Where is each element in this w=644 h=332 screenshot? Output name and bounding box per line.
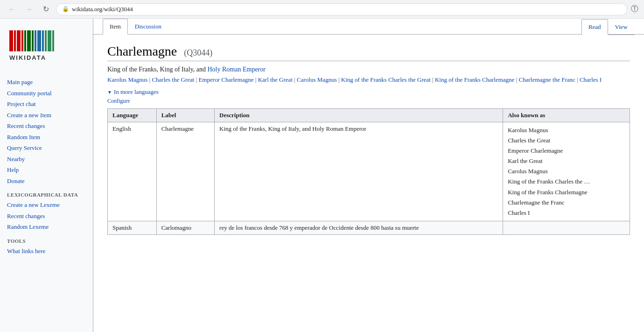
alias-karl-great[interactable]: Karl the Great — [258, 76, 293, 83]
svg-rect-9 — [42, 30, 44, 51]
language-table: Language Label Description Also known as… — [107, 108, 630, 235]
main-content: Item Discussion Read View Charlemagne (Q… — [93, 19, 644, 332]
tabs-bar: Item Discussion Read View — [93, 19, 644, 35]
svg-rect-7 — [35, 30, 36, 51]
table-row: SpanishCarlomagnorey de los francos desd… — [108, 221, 630, 234]
lock-icon: 🔒 — [62, 6, 69, 13]
in-more-languages-section: ▼In more languages — [107, 88, 630, 96]
tools-title: Tools — [0, 236, 93, 246]
lexicographical-title: Lexicographical data — [0, 190, 93, 199]
svg-rect-10 — [45, 30, 47, 51]
url-text: wikidata.org/wiki/Q3044 — [72, 6, 133, 13]
aliases-line: Karolus Magnus | Charles the Great | Emp… — [107, 76, 630, 84]
alias-king-franks-charles-great[interactable]: King of the Franks Charles the Great — [341, 76, 431, 83]
sidebar-item-lexico-recent-changes[interactable]: Recent changes — [0, 211, 93, 222]
tab-view[interactable]: View — [608, 19, 635, 35]
cell-language: Spanish — [108, 221, 157, 234]
svg-rect-3 — [21, 30, 23, 51]
svg-rect-5 — [27, 30, 31, 51]
alias-entry: Karl the Great — [508, 156, 625, 166]
sidebar-item-community-portal[interactable]: Community portal — [0, 88, 93, 99]
svg-rect-4 — [24, 30, 26, 51]
svg-rect-6 — [32, 30, 34, 51]
cell-also-known-as: Karolus MagnusCharles the GreatEmperor C… — [503, 122, 630, 221]
page-qid: (Q3044) — [184, 48, 212, 57]
col-also-known-as: Also known as — [503, 109, 630, 122]
alias-charlemagne-franc[interactable]: Charlemagne the Franc — [519, 76, 575, 83]
alias-entry: Carolus Magnus — [508, 166, 625, 177]
cell-description: King of the Franks, King of Italy, and H… — [215, 122, 503, 221]
cell-description: rey de los francos desde 768 y emperador… — [215, 221, 503, 234]
tab-discussion[interactable]: Discussion — [128, 19, 168, 35]
svg-rect-2 — [17, 30, 21, 51]
forward-button[interactable]: → — [22, 3, 35, 16]
description-line: King of the Franks, King of Italy, and H… — [107, 66, 630, 73]
translate-icon[interactable]: Ⓣ — [631, 4, 638, 14]
col-description: Description — [215, 109, 503, 122]
sidebar-item-donate[interactable]: Donate — [0, 176, 93, 187]
sidebar-item-project-chat[interactable]: Project chat — [0, 99, 93, 110]
alias-entry: Charles I — [508, 208, 625, 218]
alias-king-franks-charlemagne[interactable]: King of the Franks Charlemagne — [435, 76, 514, 83]
back-button[interactable]: ← — [6, 3, 19, 16]
sidebar-logo: WIKIDATA — [0, 23, 93, 77]
sidebar-lexico-section: Lexicographical data Create a new Lexeme… — [0, 190, 93, 233]
alias-charles-great[interactable]: Charles the Great — [152, 76, 194, 83]
content-area: Charlemagne (Q3044) King of the Franks, … — [93, 35, 644, 244]
cell-label: Carlomagno — [156, 221, 214, 234]
alias-emperor-charlemagne[interactable]: Emperor Charlemagne — [198, 76, 253, 83]
sidebar-item-help[interactable]: Help — [0, 164, 93, 176]
cell-label: Charlemagne — [156, 122, 214, 221]
alias-entry: Karolus Magnus — [508, 125, 625, 135]
col-label: Label — [156, 109, 214, 122]
sidebar-item-recent-changes[interactable]: Recent changes — [0, 120, 93, 132]
table-header-row: Language Label Description Also known as — [108, 109, 630, 122]
cell-language: English — [108, 122, 157, 221]
sidebar-item-query-service[interactable]: Query Service — [0, 142, 93, 154]
page-layout: WIKIDATA Main page Community portal Proj… — [0, 19, 644, 332]
page-title: Charlemagne (Q3044) — [107, 44, 630, 61]
svg-rect-1 — [14, 30, 16, 51]
reload-button[interactable]: ↻ — [39, 3, 52, 16]
wikidata-logo: WIKIDATA — [7, 28, 77, 65]
alias-carolus-magnus[interactable]: Carolus Magnus — [297, 76, 337, 83]
alias-entry: Charles the Great — [508, 135, 625, 146]
alias-karolus[interactable]: Karolus Magnus — [107, 76, 147, 83]
browser-chrome: ← → ↻ 🔒 wikidata.org/wiki/Q3044 Ⓣ — [0, 0, 644, 19]
sidebar-item-random-lexeme[interactable]: Random Lexeme — [0, 221, 93, 233]
svg-rect-8 — [37, 30, 41, 51]
svg-rect-11 — [48, 30, 51, 51]
sidebar-nav-section: Main page Community portal Project chat … — [0, 77, 93, 186]
alias-charles-i[interactable]: Charles I — [580, 76, 602, 83]
sidebar-item-create-new-item[interactable]: Create a new Item — [0, 110, 93, 121]
tab-item[interactable]: Item — [103, 19, 128, 35]
tab-read[interactable]: Read — [581, 19, 608, 35]
holy-roman-link[interactable]: Holy Roman Emperor — [208, 66, 266, 73]
sidebar-tools-section: Tools What links here — [0, 236, 93, 257]
alias-entry: Charlemagne the Franc — [508, 198, 625, 208]
sidebar-item-what-links-here[interactable]: What links here — [0, 246, 93, 257]
alias-entry: Emperor Charlemagne — [508, 146, 625, 156]
tab-right-group: Read View — [581, 19, 635, 35]
sidebar: WIKIDATA Main page Community portal Proj… — [0, 19, 93, 332]
alias-entry: King of the Franks Charles the … — [508, 177, 625, 187]
sidebar-item-main-page[interactable]: Main page — [0, 77, 93, 88]
page-title-text: Charlemagne — [107, 44, 177, 58]
sidebar-item-create-lexeme[interactable]: Create a new Lexeme — [0, 199, 93, 211]
col-language: Language — [108, 109, 157, 122]
svg-rect-12 — [52, 30, 54, 51]
address-bar[interactable]: 🔒 wikidata.org/wiki/Q3044 — [56, 3, 627, 15]
sidebar-item-random-item[interactable]: Random Item — [0, 132, 93, 143]
svg-rect-0 — [9, 30, 13, 51]
triangle-icon: ▼ — [107, 90, 112, 95]
configure-link[interactable]: Configure — [107, 98, 630, 105]
alias-entry: King of the Franks Charlemagne — [508, 187, 625, 198]
svg-text:WIKIDATA: WIKIDATA — [9, 54, 46, 61]
table-row: EnglishCharlemagneKing of the Franks, Ki… — [108, 122, 630, 221]
sidebar-item-nearby[interactable]: Nearby — [0, 154, 93, 165]
cell-also-known-as — [503, 221, 630, 234]
in-more-languages-toggle[interactable]: ▼In more languages — [107, 88, 159, 95]
